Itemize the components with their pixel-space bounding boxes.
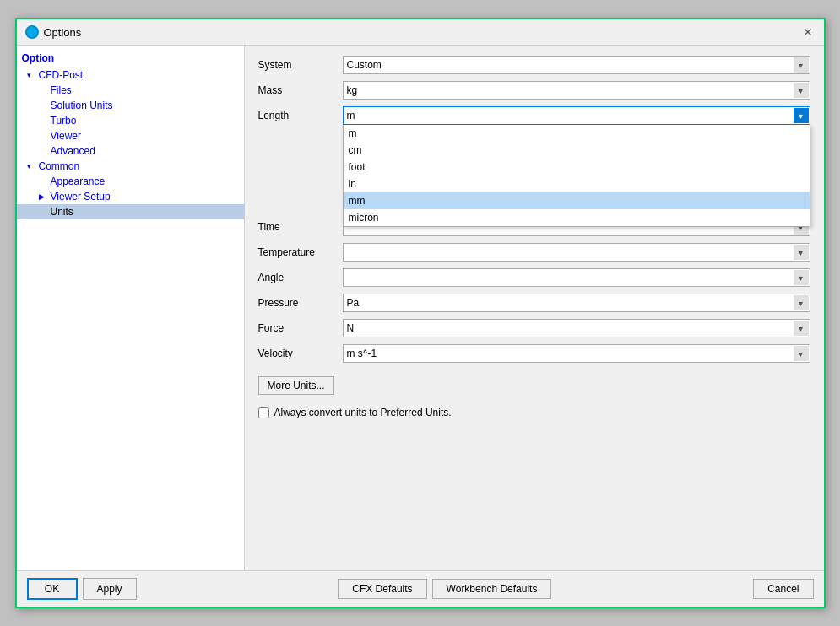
mass-row: Mass kg ▾	[258, 81, 810, 100]
sidebar-header: Option	[17, 49, 244, 67]
dialog-body: Option ▾ CFD-Post Files Solution Units	[17, 46, 824, 570]
angle-label: Angle	[258, 272, 343, 283]
pressure-label: Pressure	[258, 297, 343, 309]
viewer-label: Viewer	[51, 130, 81, 142]
temperature-label: Temperature	[258, 246, 343, 258]
sidebar-item-files[interactable]: Files	[17, 83, 244, 98]
velocity-row: Velocity m s^-1 ▾	[258, 344, 810, 363]
solution-units-label: Solution Units	[51, 100, 113, 111]
length-option-micron[interactable]: micron	[344, 209, 810, 226]
force-row: Force N ▾	[258, 319, 810, 337]
length-value: m	[347, 110, 355, 121]
length-field[interactable]: m	[343, 106, 810, 125]
options-dialog: Options ✕ Option ▾ CFD-Post Files	[15, 18, 826, 608]
sidebar-item-viewer[interactable]: Viewer	[17, 128, 244, 143]
dialog-footer: OK Apply CFX Defaults Workbench Defaults…	[17, 570, 824, 607]
sidebar-item-cfd-post[interactable]: ▾ CFD-Post	[17, 67, 244, 83]
sidebar-item-units[interactable]: Units	[17, 204, 244, 219]
units-label: Units	[51, 206, 73, 218]
sidebar-item-viewer-setup[interactable]: ▶ Viewer Setup	[17, 189, 244, 204]
sidebar-item-solution-units[interactable]: Solution Units	[17, 98, 244, 113]
footer-left: OK Apply	[27, 578, 137, 600]
pressure-select[interactable]: Pa	[343, 294, 810, 312]
common-label: Common	[39, 160, 80, 172]
mass-select-wrapper: kg ▾	[343, 81, 810, 100]
files-label: Files	[51, 84, 72, 96]
close-button[interactable]: ✕	[800, 24, 816, 40]
temperature-row: Temperature ▾	[258, 243, 810, 262]
system-label: System	[258, 59, 343, 71]
system-select[interactable]: Custom	[343, 56, 810, 74]
always-convert-checkbox[interactable]	[258, 407, 269, 418]
angle-select[interactable]	[343, 268, 810, 287]
turbo-label: Turbo	[51, 115, 77, 127]
options-icon	[25, 25, 39, 39]
system-row: System Custom ▾	[258, 56, 810, 74]
cfd-post-arrow: ▾	[27, 71, 39, 79]
advanced-label: Advanced	[51, 145, 95, 157]
length-dropdown-list: m cm foot in mm micron	[343, 125, 810, 227]
temperature-select-wrapper: ▾	[343, 243, 810, 262]
cfx-defaults-button[interactable]: CFX Defaults	[338, 579, 426, 599]
angle-select-wrapper: ▾	[343, 268, 810, 287]
footer-center: CFX Defaults Workbench Defaults	[137, 579, 754, 599]
length-label: Length	[258, 110, 343, 121]
length-option-cm[interactable]: cm	[344, 142, 810, 159]
time-label: Time	[258, 221, 343, 233]
length-option-m[interactable]: m	[344, 125, 810, 142]
more-units-button[interactable]: More Units...	[258, 376, 334, 395]
cfd-post-label: CFD-Post	[39, 69, 84, 81]
force-label: Force	[258, 322, 343, 334]
viewer-setup-arrow: ▶	[39, 192, 51, 201]
temperature-select[interactable]	[343, 243, 810, 262]
content-area: System Custom ▾ Mass kg ▾	[245, 46, 824, 570]
dialog-title: Options	[44, 26, 82, 39]
footer-right: Cancel	[753, 579, 813, 599]
cancel-button[interactable]: Cancel	[753, 579, 813, 599]
sidebar: Option ▾ CFD-Post Files Solution Units	[17, 46, 245, 570]
force-select[interactable]: N	[343, 319, 810, 337]
mass-label: Mass	[258, 84, 343, 96]
pressure-row: Pressure Pa ▾	[258, 294, 810, 312]
checkbox-label: Always convert units to Preferred Units.	[274, 407, 452, 418]
appearance-label: Appearance	[51, 175, 106, 187]
length-option-foot[interactable]: foot	[344, 159, 810, 175]
sidebar-item-advanced[interactable]: Advanced	[17, 143, 244, 159]
viewer-setup-label: Viewer Setup	[51, 191, 111, 202]
velocity-select-wrapper: m s^-1 ▾	[343, 344, 810, 363]
mass-select[interactable]: kg	[343, 81, 810, 100]
angle-row: Angle ▾	[258, 268, 810, 287]
workbench-defaults-button[interactable]: Workbench Defaults	[432, 579, 552, 599]
velocity-select[interactable]: m s^-1	[343, 344, 810, 363]
title-bar-left: Options	[25, 25, 82, 39]
length-dropdown-arrow[interactable]: ▾	[794, 108, 809, 123]
checkbox-row: Always convert units to Preferred Units.	[258, 407, 810, 418]
sidebar-item-appearance[interactable]: Appearance	[17, 174, 244, 189]
length-option-mm[interactable]: mm	[344, 192, 810, 209]
length-option-in[interactable]: in	[344, 175, 810, 192]
velocity-label: Velocity	[258, 348, 343, 359]
length-row: Length m ▾ m cm foot in mm micron	[258, 106, 810, 125]
system-select-wrapper: Custom ▾	[343, 56, 810, 74]
sidebar-item-common[interactable]: ▾ Common	[17, 159, 244, 174]
force-select-wrapper: N ▾	[343, 319, 810, 337]
title-bar: Options ✕	[17, 19, 824, 46]
length-dropdown-wrapper: m ▾ m cm foot in mm micron	[343, 106, 810, 125]
ok-button[interactable]: OK	[27, 578, 78, 600]
pressure-select-wrapper: Pa ▾	[343, 294, 810, 312]
sidebar-item-turbo[interactable]: Turbo	[17, 113, 244, 128]
apply-button[interactable]: Apply	[83, 578, 137, 600]
common-arrow: ▾	[27, 162, 39, 170]
